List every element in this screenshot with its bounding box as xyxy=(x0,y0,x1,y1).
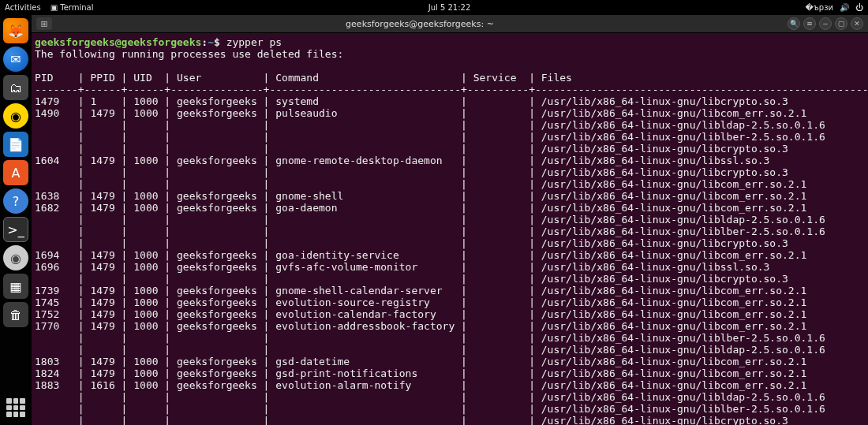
minimize-button[interactable]: − xyxy=(819,17,832,30)
active-app[interactable]: ▣ Terminal xyxy=(51,3,94,12)
window-title: geeksforgeeks@geeksforgeeks: ~ xyxy=(57,19,783,29)
dock-disk[interactable]: ◉ xyxy=(3,245,28,270)
terminal-window: ⊞ geeksforgeeks@geeksforgeeks: ~ 🔍 ≡ − ▢… xyxy=(32,15,868,425)
search-button[interactable]: 🔍 xyxy=(788,17,800,30)
show-applications[interactable] xyxy=(3,395,28,420)
dock-device[interactable]: ▦ xyxy=(3,274,28,299)
dock: 🦊 ✉ 🗂 ◉ 📄 A ? >_ ◉ ▦ 🗑 xyxy=(0,15,32,425)
menu-button[interactable]: ≡ xyxy=(803,17,816,30)
maximize-button[interactable]: ▢ xyxy=(835,17,847,30)
terminal-icon: ▣ xyxy=(51,3,58,12)
new-tab-button[interactable]: ⊞ xyxy=(36,17,52,30)
power-icon[interactable]: ⏻ xyxy=(855,3,863,12)
terminal-titlebar[interactable]: ⊞ geeksforgeeks@geeksforgeeks: ~ 🔍 ≡ − ▢… xyxy=(32,15,868,33)
dock-libreoffice[interactable]: 📄 xyxy=(3,132,28,157)
activities-button[interactable]: Activities xyxy=(5,3,41,12)
dock-terminal[interactable]: >_ xyxy=(3,217,28,242)
dock-rhythmbox[interactable]: ◉ xyxy=(3,103,28,129)
clock[interactable]: Jul 5 21:22 xyxy=(94,3,806,12)
terminal-output[interactable]: geeksforgeeks@geeksforgeeks:~$ zypper ps… xyxy=(32,33,868,425)
dock-help[interactable]: ? xyxy=(3,188,28,214)
system-topbar: Activities ▣ Terminal Jul 5 21:22 �ързи … xyxy=(0,0,868,15)
dock-files[interactable]: 🗂 xyxy=(3,75,28,100)
dock-software[interactable]: A xyxy=(3,160,28,185)
dock-trash[interactable]: 🗑 xyxy=(3,302,28,327)
network-icon[interactable]: �ързи xyxy=(806,3,833,12)
dock-thunderbird[interactable]: ✉ xyxy=(3,47,28,72)
dock-firefox[interactable]: 🦊 xyxy=(3,18,28,43)
volume-icon[interactable]: 🔊 xyxy=(840,3,849,12)
close-button[interactable]: ✕ xyxy=(851,17,863,30)
